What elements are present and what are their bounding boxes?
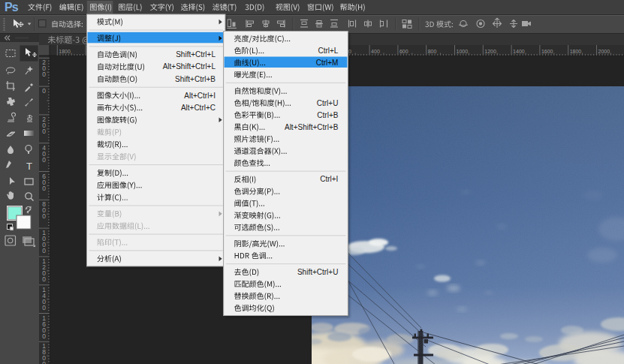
svg-text:400: 400 xyxy=(371,49,380,54)
svg-text:0: 0 xyxy=(42,304,46,311)
svg-text:0: 0 xyxy=(42,156,46,164)
svg-text:0: 0 xyxy=(42,128,46,135)
svg-text:1400: 1400 xyxy=(513,49,525,54)
svg-text:0: 0 xyxy=(42,332,46,340)
svg-text:0: 0 xyxy=(42,275,46,283)
svg-text:1800: 1800 xyxy=(570,49,582,54)
svg-text:Ctrl+L: Ctrl+L xyxy=(318,47,338,55)
svg-text:Ctrl+M: Ctrl+M xyxy=(316,59,339,67)
svg-text:Alt+Shift+Ctrl+L: Alt+Shift+Ctrl+L xyxy=(163,62,216,71)
svg-text:0: 0 xyxy=(42,87,46,95)
svg-text:1800: 1800 xyxy=(59,49,71,54)
svg-text:Shift+Ctrl+U: Shift+Ctrl+U xyxy=(297,268,338,276)
svg-text:1000: 1000 xyxy=(457,49,469,54)
svg-text:0: 0 xyxy=(42,247,46,254)
svg-text:Shift+Ctrl+L: Shift+Ctrl+L xyxy=(176,50,216,59)
svg-text:1600: 1600 xyxy=(541,49,553,54)
svg-text:0: 0 xyxy=(42,71,46,78)
svg-text:2000: 2000 xyxy=(598,49,610,54)
svg-text:0: 0 xyxy=(42,185,46,192)
svg-text:T: T xyxy=(26,161,32,172)
svg-text:Alt+Ctrl+C: Alt+Ctrl+C xyxy=(181,104,216,112)
svg-text:Ps: Ps xyxy=(5,1,19,14)
svg-text:Ctrl+I: Ctrl+I xyxy=(320,175,338,183)
svg-text:800: 800 xyxy=(428,49,437,54)
svg-text:600: 600 xyxy=(399,49,408,54)
svg-text:Shift+Ctrl+B: Shift+Ctrl+B xyxy=(175,75,216,83)
svg-text:0: 0 xyxy=(42,212,46,220)
svg-text:0: 0 xyxy=(42,360,46,364)
svg-text:Alt+Ctrl+I: Alt+Ctrl+I xyxy=(184,92,216,100)
svg-text:Ctrl+U: Ctrl+U xyxy=(317,99,339,107)
svg-text:Alt+Shift+Ctrl+B: Alt+Shift+Ctrl+B xyxy=(285,123,339,131)
svg-text:1200: 1200 xyxy=(484,49,496,54)
svg-text:Ctrl+B: Ctrl+B xyxy=(317,111,338,119)
